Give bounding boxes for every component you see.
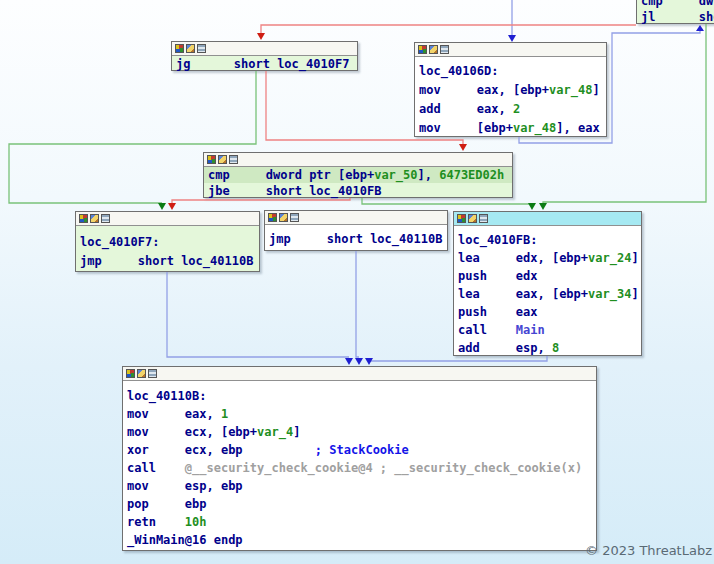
code-line: jmp short loc_40110B	[80, 252, 259, 271]
code-line: jg short loc_4010F7	[176, 56, 357, 72]
code-line: jl sho	[641, 9, 714, 25]
node-title-bar[interactable]	[265, 211, 447, 225]
code-line: jmp short loc_40110B	[269, 229, 447, 249]
code-line: lea edx, [ebp+var_24]	[458, 249, 641, 267]
code-line: cmp dword ptr [ebp+var_50], 6473ED02h	[204, 167, 512, 183]
node-edit-icon[interactable]	[186, 44, 195, 53]
basic-block-jg[interactable]: jg short loc_4010F7	[171, 41, 358, 71]
block-code: loc_4010FB:lea edx, [ebp+var_24]push edx…	[454, 226, 641, 357]
node-title-bar[interactable]	[454, 212, 641, 226]
code-line: xor ecx, ebp ; StackCookie	[127, 441, 596, 459]
arrowhead	[528, 203, 536, 210]
code-line: loc_40106D:	[419, 62, 606, 81]
copyright-watermark: © 2023 ThreatLabz	[585, 543, 712, 558]
code-line: add eax, 2	[419, 100, 606, 119]
block-code: jmp short loc_40110B	[265, 225, 447, 249]
node-appearance-icon[interactable]	[457, 214, 466, 223]
node-group-icon[interactable]	[440, 45, 449, 54]
node-appearance-icon[interactable]	[79, 214, 88, 223]
arrowhead	[355, 358, 363, 365]
node-appearance-icon[interactable]	[207, 155, 216, 164]
code-line: add esp, 8	[458, 339, 641, 357]
node-edit-icon[interactable]	[90, 214, 99, 223]
code-line: call Main	[458, 321, 641, 339]
arrowhead	[158, 203, 166, 210]
code-line: push eax	[458, 303, 641, 321]
basic-block-jmp[interactable]: jmp short loc_40110B	[264, 210, 448, 251]
code-line: mov esp, ebp	[127, 477, 596, 495]
code-line: pop ebp	[127, 495, 596, 513]
node-appearance-icon[interactable]	[268, 213, 277, 222]
basic-block-loc_4010F7[interactable]: loc_4010F7:jmp short loc_40110B	[75, 211, 260, 272]
basic-block-loc_4010FB[interactable]: loc_4010FB:lea edx, [ebp+var_24]push edx…	[453, 211, 642, 356]
code-line: cmp dw	[641, 0, 714, 9]
code-line: lea eax, [ebp+var_34]	[458, 285, 641, 303]
node-title-bar[interactable]	[123, 367, 596, 381]
arrowhead	[345, 358, 353, 365]
node-group-icon[interactable]	[148, 369, 157, 378]
code-line: mov [ebp+var_48], eax	[419, 119, 606, 138]
node-group-icon[interactable]	[101, 214, 110, 223]
edge-jmp-to-loc40110B	[356, 251, 359, 357]
code-line: _WinMain@16 endp	[127, 531, 596, 549]
code-line: push edx	[458, 267, 641, 285]
code-line: call @__security_check_cookie@4 ; __secu…	[127, 459, 596, 477]
block-code: cmp dwjl sho	[637, 0, 714, 25]
code-line: jbe short loc_4010FB	[208, 183, 512, 199]
node-title-bar[interactable]	[76, 212, 259, 226]
arrowhead	[168, 203, 176, 210]
arrowhead	[508, 35, 516, 42]
code-line: loc_40110B:	[127, 387, 596, 405]
code-line: loc_4010FB:	[458, 231, 641, 249]
edge-topright-to-jg	[261, 25, 636, 34]
arrowhead	[257, 33, 265, 40]
node-title-bar[interactable]	[172, 42, 357, 56]
edge-loc4010F7-to-loc40110B	[167, 272, 349, 357]
node-edit-icon[interactable]	[137, 369, 146, 378]
node-edit-icon[interactable]	[279, 213, 288, 222]
node-appearance-icon[interactable]	[175, 44, 184, 53]
node-appearance-icon[interactable]	[418, 45, 427, 54]
block-code: jg short loc_4010F7	[172, 56, 357, 72]
basic-block-loop-condition-partial[interactable]: cmp dwjl sho	[636, 0, 714, 24]
node-group-icon[interactable]	[197, 44, 206, 53]
code-line: mov eax, [ebp+var_48]	[419, 81, 606, 100]
block-code: cmp dword ptr [ebp+var_50], 6473ED02hjbe…	[204, 167, 512, 199]
node-edit-icon[interactable]	[429, 45, 438, 54]
code-line: retn 10h	[127, 513, 596, 531]
block-code: loc_40110B:mov eax, 1mov ecx, [ebp+var_4…	[123, 381, 596, 549]
code-line: mov ecx, [ebp+var_4]	[127, 423, 596, 441]
node-group-icon[interactable]	[479, 214, 488, 223]
graph-view-canvas[interactable]: cmp dwjl sho jg short loc_4010F7 loc_401…	[0, 0, 714, 564]
basic-block-loc_40106D[interactable]: loc_40106D:mov eax, [ebp+var_48]add eax,…	[414, 42, 607, 137]
basic-block-cmp-jbe[interactable]: cmp dword ptr [ebp+var_50], 6473ED02hjbe…	[203, 152, 513, 198]
node-title-bar[interactable]	[415, 43, 606, 57]
node-group-icon[interactable]	[229, 155, 238, 164]
arrowhead	[696, 25, 704, 31]
node-title-bar[interactable]	[204, 153, 512, 167]
block-code: loc_4010F7:jmp short loc_40110B	[76, 226, 259, 271]
arrowhead	[365, 358, 373, 365]
node-appearance-icon[interactable]	[126, 369, 135, 378]
node-group-icon[interactable]	[290, 213, 299, 222]
arrowhead	[459, 144, 467, 151]
basic-block-loc_40110B[interactable]: loc_40110B:mov eax, 1mov ecx, [ebp+var_4…	[122, 366, 597, 551]
code-line: mov eax, 1	[127, 405, 596, 423]
arrowhead	[539, 203, 547, 210]
code-line: loc_4010F7:	[80, 233, 259, 252]
node-edit-icon[interactable]	[218, 155, 227, 164]
block-code: loc_40106D:mov eax, [ebp+var_48]add eax,…	[415, 57, 606, 138]
node-edit-icon[interactable]	[468, 214, 477, 223]
